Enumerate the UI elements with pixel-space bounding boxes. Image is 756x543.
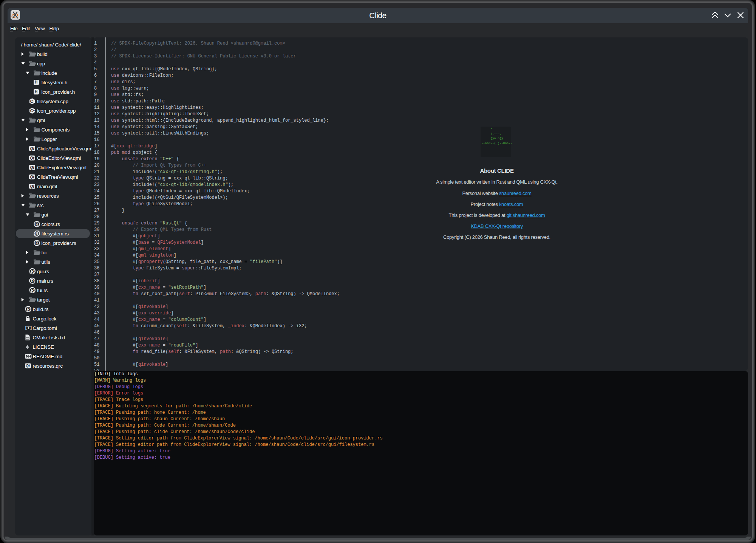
- svg-text:R: R: [35, 222, 38, 226]
- svg-text:+: +: [33, 109, 35, 112]
- svg-text:R: R: [35, 241, 38, 245]
- svg-text:R: R: [26, 307, 29, 311]
- svg-text:R: R: [35, 231, 38, 236]
- svg-text:+: +: [33, 100, 35, 102]
- svg-text:R: R: [31, 288, 34, 292]
- svg-text:R: R: [31, 278, 34, 283]
- svg-text:R: R: [31, 269, 34, 274]
